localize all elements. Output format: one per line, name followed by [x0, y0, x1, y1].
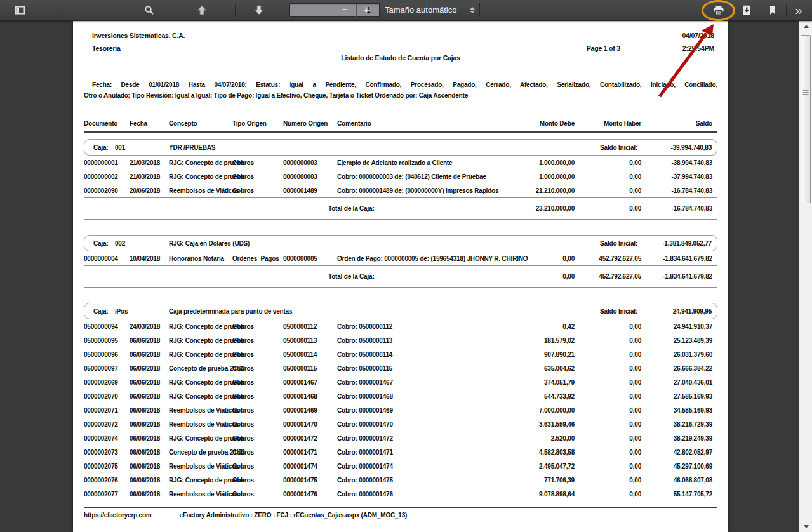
toolbar-separator [786, 4, 787, 17]
report-cell: 34.585.169,93 [641, 403, 717, 417]
report-cell: 0500000094 [84, 319, 130, 333]
report-cell: 0000001489 [283, 183, 337, 199]
department-name: Tesoreria [92, 44, 121, 52]
report-cell: Cobro: 0500000115 [337, 361, 511, 375]
report-cell: 27.040.436,01 [641, 375, 717, 389]
download-button[interactable] [738, 2, 755, 18]
caja-header-cell: Caja:002RJG: Caja en Dolares (UDS)Saldo … [84, 229, 717, 251]
search-icon [144, 5, 154, 15]
scroll-up-icon [804, 25, 809, 28]
report-cell: 1.000.000,00 [511, 156, 575, 170]
report-cell: Cobros [232, 319, 283, 333]
saldo-inicial-value: 24.941.909,95 [673, 308, 712, 315]
report-cell: 9.078.898,64 [511, 487, 575, 501]
report-time: 2:25:54PM [682, 44, 714, 52]
more-tools-button[interactable]: » [790, 2, 807, 18]
caja-name: RJG: Caja en Dolares (UDS) [169, 240, 250, 247]
caja-group-002: Caja:002RJG: Caja en Dolares (UDS)Saldo … [84, 229, 717, 297]
col-fecha: Fecha [130, 114, 169, 133]
caja-label: Caja: [93, 308, 108, 315]
vertical-scrollbar[interactable] [799, 21, 812, 532]
caja-code: 001 [115, 144, 125, 151]
find-button[interactable] [141, 2, 157, 18]
report-title: Listado de Estado de Cuenta por Cajas [73, 54, 728, 62]
report-cell: 0,42 [511, 319, 575, 333]
col-monto-haber: Monto Haber [575, 114, 641, 133]
footer-url: https://efactoryerp.com [84, 512, 152, 519]
page-up-button[interactable] [194, 2, 210, 18]
bookmark-button[interactable] [764, 2, 781, 18]
report-cell: 0,00 [575, 319, 641, 333]
col-numero-origen: Número Origen [283, 114, 337, 133]
report-row: 000000207106/06/2018Reembolsos de Viátic… [84, 403, 717, 417]
scrollbar-thumb[interactable] [801, 35, 811, 203]
report-cell: 0,00 [575, 487, 641, 501]
report-cell: Cobros [232, 403, 283, 417]
caja-group-header: Caja:002RJG: Caja en Dolares (UDS)Saldo … [84, 235, 717, 251]
report-cell: Cobro: 0000001470 [337, 417, 511, 431]
page-down-icon [254, 5, 264, 15]
caja-name: YDR /PRUEBAS [169, 144, 215, 151]
report-cell: RJG: Concepto de prueba [169, 333, 232, 347]
report-cell: 374.051,79 [511, 375, 575, 389]
report-cell: 10/04/2018 [130, 251, 169, 267]
zoom-out-button[interactable]: − [336, 2, 353, 18]
report-cell: 0,00 [575, 389, 641, 403]
zoom-select-value: Tamaño automático [380, 5, 470, 15]
report-cell: 0000002074 [84, 431, 130, 445]
report-filters: Fecha: Desde 01/01/2018 Hasta 04/07/2018… [84, 79, 717, 101]
report-cell: 06/06/2018 [130, 389, 169, 403]
report-cell: 0000000003 [283, 170, 337, 183]
report-cell: Cobros [232, 170, 283, 183]
report-cell: 27.585.169,93 [641, 389, 717, 403]
report-row: 050000009706/06/2018Concepto de prueba 2… [84, 361, 717, 375]
report-row: 000000207406/06/2018RJG: Concepto de pru… [84, 431, 717, 445]
caja-group-001: Caja:001YDR /PRUEBASSaldo Inicial:-39.99… [84, 133, 717, 230]
report-cell: Reembolsos de Viáticos [169, 487, 232, 501]
report-cell: Cobros [232, 459, 283, 473]
report-cell: Cobros [232, 473, 283, 487]
report-cell: 38.219.249,39 [641, 431, 717, 445]
scroll-up-button[interactable] [799, 21, 812, 32]
saldo-inicial-value: -1.381.849.052,77 [662, 240, 712, 247]
caja-header-cell: Caja:iPosCaja predeterminada para punto … [84, 297, 717, 319]
zoom-in-button[interactable]: + [358, 2, 375, 18]
report-cell: 0000002073 [84, 445, 130, 459]
caja-label: Caja: [93, 144, 108, 151]
report-row: 000000207606/06/2018RJG: Concepto de pru… [84, 473, 717, 487]
caja-total-value: 0,00 [575, 199, 641, 219]
print-button[interactable] [710, 2, 727, 18]
scroll-down-button[interactable] [799, 521, 812, 532]
report-cell: 2.495.047,72 [511, 459, 575, 473]
report-cell: Ordenes_Pagos [232, 251, 283, 267]
report-cell: RJG: Concepto de prueba [169, 431, 232, 445]
report-cell: Cobros [232, 361, 283, 375]
report-cell: 0000002072 [84, 417, 130, 431]
report-cell: Cobros [232, 445, 283, 459]
report-cell: Cobros [232, 156, 283, 170]
caja-total-label: Total de la Caja: [84, 267, 511, 287]
report-cell: 0500000113 [283, 333, 337, 347]
report-cell: 0000001475 [283, 473, 337, 487]
report-cell: Cobro: 0000001468 [337, 389, 511, 403]
sidebar-toggle-button[interactable] [11, 2, 28, 18]
caja-total-value: 23.210.000,00 [511, 199, 575, 219]
report-cell: Cobros [232, 333, 283, 347]
report-row: 000000207306/06/2018Concepto de prueba 2… [84, 445, 717, 459]
group-gap-cell [84, 219, 717, 230]
report-footer: https://efactoryerp.com eFactory Adminis… [84, 507, 717, 519]
report-cell: Cobros [232, 417, 283, 431]
report-cell: 06/06/2018 [130, 445, 169, 459]
page-down-button[interactable] [251, 2, 267, 18]
saldo-inicial-label: Saldo Inicial: [600, 144, 637, 151]
report-cell: 4.582.803,58 [511, 445, 575, 459]
caja-name: Caja predeterminada para punto de ventas [169, 308, 292, 315]
report-cell: 0500000112 [283, 319, 337, 333]
report-cell: Honorarios Notaria [169, 251, 232, 267]
caja-total-row: Total de la Caja:23.210.000,000,00-16.78… [84, 199, 717, 219]
caja-label: Caja: [93, 240, 108, 247]
report-cell: 06/06/2018 [130, 431, 169, 445]
report-cell: 0000001470 [283, 417, 337, 431]
col-monto-debe: Monto Debe [511, 114, 575, 133]
zoom-select[interactable]: Tamaño automático [379, 3, 480, 17]
